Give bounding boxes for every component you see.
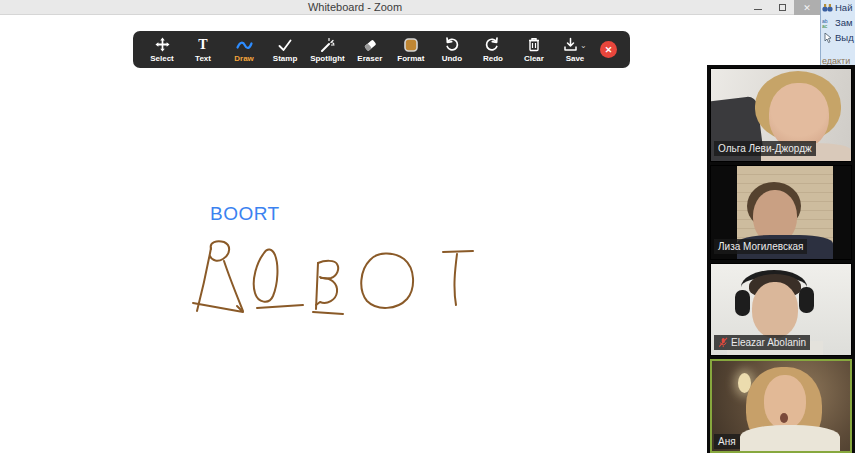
- maximize-button[interactable]: [770, 0, 794, 15]
- eraser-icon: [362, 37, 378, 53]
- participant-body: [740, 425, 840, 451]
- format-color-swatch-icon: [403, 37, 419, 53]
- participant-name-tag: Ольга Леви-Джордж: [714, 141, 816, 156]
- replace-icon: ab ac: [822, 18, 833, 28]
- replace-menu-item[interactable]: ab ac Зам: [821, 15, 855, 30]
- window-controls: ✕: [746, 0, 820, 15]
- participant-face: [752, 282, 798, 338]
- select-menu-item[interactable]: Выд: [821, 30, 855, 45]
- redo-arrow-icon: [485, 37, 500, 53]
- zoom-whiteboard-window: Whiteboard - Zoom ✕ Най ab ac Зам: [0, 0, 855, 453]
- draw-tool-label: Draw: [234, 54, 254, 63]
- save-dropdown-chevron-icon[interactable]: ⌄: [580, 41, 587, 51]
- background-editing-panel: Най ab ac Зам Выд едакти: [820, 0, 855, 66]
- select-tool-button[interactable]: Select: [146, 37, 178, 63]
- participant-video-strip: Ольга Леви-Джордж Лиза Могилевская: [707, 65, 855, 453]
- save-label: Save: [566, 54, 585, 63]
- svg-text:ac: ac: [822, 23, 828, 28]
- headphone-earcup-right: [799, 287, 814, 313]
- participant-mouth: [780, 413, 788, 423]
- redo-label: Redo: [483, 54, 503, 63]
- video-tile-eleazar[interactable]: Eleazar Abolanin: [710, 263, 852, 356]
- select-cursor-icon: [822, 33, 833, 43]
- save-button[interactable]: ⌄ Save: [559, 37, 591, 63]
- annotation-toolbar: Select T Text Draw Stamp Spotlight: [133, 31, 630, 68]
- participant-name: Eleazar Abolanin: [731, 336, 806, 349]
- select-label: Выд: [835, 32, 854, 43]
- video-tile-anya-active-speaker[interactable]: Аня: [710, 359, 852, 453]
- draw-squiggle-icon: [236, 37, 253, 53]
- video-tile-liza[interactable]: Лиза Могилевская: [710, 165, 852, 260]
- save-download-icon: [563, 37, 578, 52]
- redo-button[interactable]: Redo: [477, 37, 509, 63]
- undo-label: Undo: [442, 54, 462, 63]
- spotlight-tool-label: Spotlight: [310, 54, 345, 63]
- undo-arrow-icon: [444, 37, 459, 53]
- spotlight-wand-icon: [320, 37, 335, 53]
- video-tile-olga[interactable]: Ольга Леви-Джордж: [710, 68, 852, 162]
- eraser-tool-button[interactable]: Eraser: [354, 37, 386, 63]
- format-tool-label: Format: [397, 54, 424, 63]
- participant-name: Ольга Леви-Джордж: [718, 142, 812, 155]
- window-title: Whiteboard - Zoom: [0, 0, 710, 15]
- stamp-tool-label: Stamp: [273, 54, 297, 63]
- text-tool-label: Text: [195, 54, 211, 63]
- participant-face: [769, 83, 829, 149]
- replace-label: Зам: [835, 17, 853, 28]
- whiteboard-typed-text: BOORT: [210, 203, 280, 225]
- close-window-button[interactable]: ✕: [794, 0, 820, 15]
- draw-tool-button[interactable]: Draw: [228, 37, 260, 63]
- format-tool-button[interactable]: Format: [395, 37, 427, 63]
- checkmark-icon: [278, 37, 292, 53]
- select-tool-label: Select: [150, 54, 174, 63]
- find-menu-item[interactable]: Най: [821, 0, 855, 15]
- text-tool-button[interactable]: T Text: [187, 37, 219, 63]
- title-bar: Whiteboard - Zoom ✕: [0, 0, 820, 15]
- spotlight-tool-button[interactable]: Spotlight: [310, 37, 345, 63]
- eraser-tool-label: Eraser: [357, 54, 382, 63]
- close-toolbar-button[interactable]: ✕: [600, 41, 617, 58]
- whiteboard-freehand-drawing-robot: [185, 235, 485, 340]
- participant-name: Лиза Могилевская: [718, 240, 803, 253]
- headphone-earcup-left: [735, 290, 750, 316]
- muted-microphone-icon: [718, 337, 728, 348]
- binoculars-icon: [822, 3, 833, 13]
- participant-name-tag: Аня: [714, 434, 740, 449]
- clear-button[interactable]: Clear: [518, 37, 550, 63]
- clear-label: Clear: [524, 54, 544, 63]
- undo-button[interactable]: Undo: [436, 37, 468, 63]
- participant-name: Аня: [718, 435, 736, 448]
- participant-name-tag: Лиза Могилевская: [714, 239, 807, 254]
- trash-icon: [527, 37, 541, 53]
- move-arrows-icon: [155, 37, 170, 53]
- participant-name-tag: Eleazar Abolanin: [714, 335, 810, 350]
- text-icon: T: [198, 37, 207, 53]
- stamp-tool-button[interactable]: Stamp: [269, 37, 301, 63]
- minimize-button[interactable]: [746, 0, 770, 15]
- find-label: Най: [835, 2, 852, 13]
